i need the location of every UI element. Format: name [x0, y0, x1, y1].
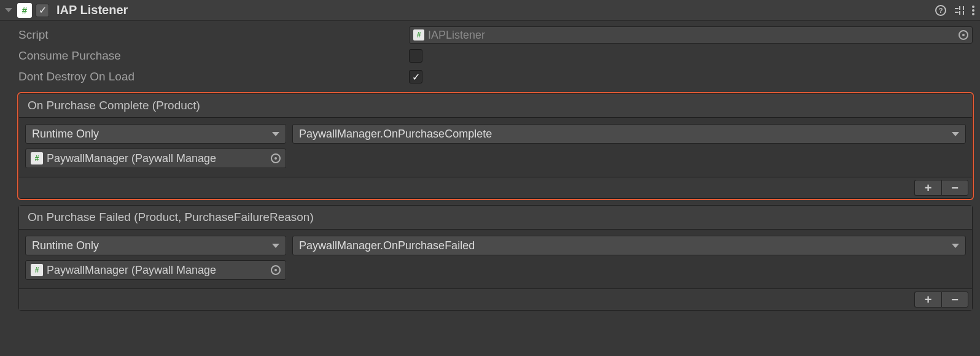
help-icon[interactable]: ? — [935, 4, 947, 17]
remove-listener-button[interactable]: − — [941, 292, 968, 308]
object-picker-icon[interactable] — [959, 30, 968, 40]
script-object-field[interactable]: # IAPListener — [409, 26, 973, 44]
object-picker-icon[interactable] — [271, 153, 281, 163]
component-title: IAP Listener — [56, 3, 128, 17]
target-object-field[interactable]: # PaywallManager (Paywall Manage — [25, 149, 286, 168]
component-body: Script # IAPListener Consume Purchase Do… — [0, 21, 980, 318]
event-footer: + − — [19, 289, 972, 310]
ddol-label: Dont Destroy On Load — [18, 70, 405, 83]
component-enable-checkbox[interactable]: ✓ — [36, 4, 49, 17]
property-row-ddol: Dont Destroy On Load ✓ — [18, 66, 973, 87]
event-block-failed: On Purchase Failed (Product, PurchaseFai… — [18, 205, 973, 311]
method-value: PaywallManager.OnPurchaseFailed — [299, 239, 475, 252]
script-icon: # — [31, 152, 43, 164]
svg-point-4 — [972, 13, 974, 15]
script-label: Script — [18, 28, 405, 42]
event-body: Runtime Only PaywallManager.OnPurchaseFa… — [19, 230, 972, 289]
method-dropdown[interactable]: PaywallManager.OnPurchaseComplete — [292, 124, 966, 144]
ddol-checkbox[interactable]: ✓ — [409, 70, 422, 83]
target-object-value: PaywallManager (Paywall Manage — [47, 264, 267, 277]
event-footer: + − — [19, 177, 972, 198]
dropdown-arrow-icon — [952, 244, 959, 248]
method-value: PaywallManager.OnPurchaseComplete — [299, 128, 492, 141]
script-icon: # — [31, 264, 43, 276]
event-block-complete: On Purchase Complete (Product) Runtime O… — [18, 93, 973, 199]
callstate-dropdown[interactable]: Runtime Only — [25, 236, 286, 255]
component-header: # ✓ IAP Listener ? — [0, 0, 980, 21]
event-body: Runtime Only PaywallManager.OnPurchaseCo… — [19, 118, 972, 177]
svg-point-2 — [972, 6, 974, 8]
consume-checkbox[interactable] — [409, 49, 422, 63]
consume-label: Consume Purchase — [18, 49, 405, 63]
event-title: On Purchase Complete (Product) — [19, 94, 972, 118]
dropdown-arrow-icon — [952, 132, 959, 136]
add-listener-button[interactable]: + — [914, 292, 941, 308]
property-row-script: Script # IAPListener — [18, 25, 973, 45]
object-picker-icon[interactable] — [271, 265, 281, 275]
presets-icon[interactable] — [953, 4, 965, 17]
dropdown-arrow-icon — [272, 244, 279, 248]
event-title: On Purchase Failed (Product, PurchaseFai… — [19, 206, 972, 230]
script-field-icon: # — [413, 29, 424, 41]
target-object-value: PaywallManager (Paywall Manage — [47, 152, 267, 165]
callstate-value: Runtime Only — [32, 128, 99, 141]
foldout-toggle-icon[interactable] — [5, 8, 12, 12]
method-dropdown[interactable]: PaywallManager.OnPurchaseFailed — [292, 236, 966, 255]
remove-listener-button[interactable]: − — [941, 180, 968, 196]
property-row-consume: Consume Purchase — [18, 45, 973, 66]
target-object-field[interactable]: # PaywallManager (Paywall Manage — [25, 260, 286, 280]
context-menu-icon[interactable] — [971, 4, 975, 17]
svg-text:?: ? — [939, 7, 943, 14]
add-listener-button[interactable]: + — [914, 180, 941, 196]
callstate-dropdown[interactable]: Runtime Only — [25, 124, 286, 144]
script-icon: # — [17, 3, 32, 18]
script-field-value: IAPListener — [428, 29, 485, 42]
svg-point-3 — [972, 9, 974, 12]
callstate-value: Runtime Only — [32, 239, 99, 252]
dropdown-arrow-icon — [272, 132, 279, 136]
